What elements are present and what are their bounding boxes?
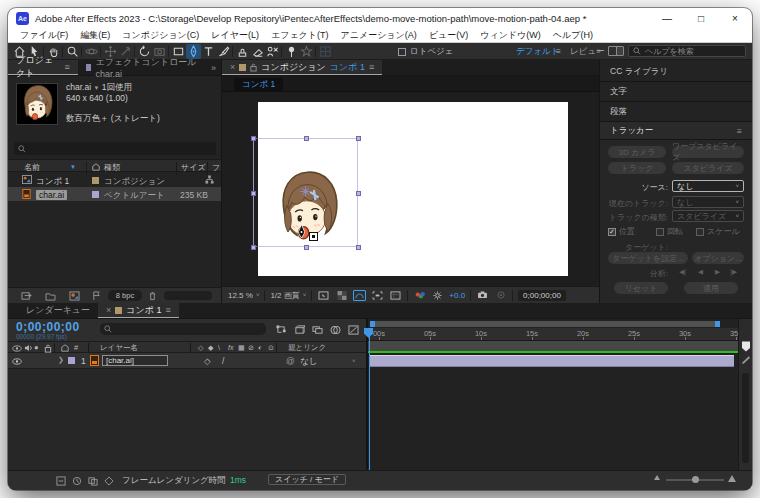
frame-blending-icon[interactable] <box>328 324 342 336</box>
close-tab-icon[interactable]: × <box>106 305 111 315</box>
minimize-button[interactable]: — <box>650 8 684 28</box>
tab-project[interactable]: プロジェクト ≡ <box>8 60 78 75</box>
expand-keys-icon[interactable] <box>102 475 116 487</box>
preview-time[interactable]: 0;00;00;00 <box>518 290 566 301</box>
puppet-pin-tool-icon[interactable] <box>284 44 299 59</box>
work-area-end-handle[interactable] <box>715 321 720 327</box>
switch-col-icon-3[interactable]: fx <box>228 344 233 351</box>
time-ruler[interactable]: 00s05s10s15s20s25s30s35s <box>368 328 738 341</box>
exposure-value[interactable]: +0.0 <box>449 291 465 300</box>
switch-col-icon-1[interactable]: ◆ <box>208 344 213 352</box>
guides-options-icon[interactable] <box>389 290 402 301</box>
panel-menu-icon[interactable]: ≡ <box>737 126 742 136</box>
tracker-checkbox-0[interactable]: ✓位置 <box>608 226 635 237</box>
region-of-interest-icon[interactable] <box>371 290 384 301</box>
quality-switch-icon[interactable]: ◇ <box>204 356 211 366</box>
menu-item-6[interactable]: ビュー(V) <box>423 29 474 42</box>
bit-depth-button[interactable]: 8 bpc <box>108 290 142 301</box>
switch-col-icon-0[interactable]: ◇ <box>198 344 203 352</box>
layer-eye-icon[interactable] <box>10 355 24 367</box>
clone-stamp-tool-icon[interactable] <box>235 44 250 59</box>
project-search-input[interactable] <box>14 142 216 155</box>
col-layer-name[interactable]: レイヤー名 <box>100 343 138 353</box>
vertical-scrollbar[interactable] <box>742 373 749 463</box>
source-dropdown[interactable]: なし˅ <box>672 180 744 192</box>
expand-in-out-icon[interactable] <box>54 475 68 487</box>
snap-grid-icon[interactable] <box>318 44 333 59</box>
maximize-button[interactable]: □ <box>684 8 718 28</box>
tab-render-queue[interactable]: レンダーキュー <box>8 304 98 317</box>
parent-dropdown-caret[interactable]: ˅ <box>352 358 356 364</box>
analyze-step-0[interactable]: ◀| <box>672 268 686 276</box>
chevron-down-icon[interactable]: ▼ <box>93 85 99 91</box>
panel-paragraph[interactable]: 段落 <box>600 102 752 122</box>
zoom-in-mountain-icon[interactable] <box>728 475 736 482</box>
fast-preview-icon[interactable] <box>317 290 330 301</box>
zoom-slider-thumb[interactable] <box>692 476 699 483</box>
interpret-footage-icon[interactable] <box>20 290 32 302</box>
analyze-step-2[interactable]: ▶ <box>706 268 720 276</box>
checkbox-icon[interactable] <box>696 228 704 236</box>
switch-mode-button[interactable]: スイッチ / モード <box>268 474 346 485</box>
stabilize-motion-button[interactable]: スタビライズ <box>672 162 744 174</box>
project-row-1[interactable]: char.aiベクトルアート235 KB <box>8 187 221 201</box>
layer-label-color[interactable] <box>68 357 75 364</box>
workspace-menu-icon[interactable]: ≡ <box>556 46 561 56</box>
motion-sketch-star-icon[interactable] <box>299 44 314 59</box>
new-composition-icon[interactable] <box>68 290 80 302</box>
apply-button[interactable]: 適用 <box>684 282 738 294</box>
selection-handle[interactable] <box>251 191 256 196</box>
draft-3d-icon[interactable] <box>292 324 306 336</box>
panel-character[interactable]: 文字 <box>600 82 752 102</box>
mini-flowchart-icon[interactable] <box>274 324 288 336</box>
panel-menu-icon[interactable]: ≡ <box>369 62 374 72</box>
help-search-input[interactable]: ヘルプを検索 <box>628 45 746 57</box>
magnification-dropdown[interactable]: 12.5 %˅ <box>228 291 259 300</box>
panel-menu-icon[interactable]: ≡ <box>64 62 69 72</box>
viewer-tab-comp1[interactable]: コンポ 1 <box>234 78 283 92</box>
snapshot-camera-icon[interactable] <box>476 290 489 301</box>
selection-handle[interactable] <box>251 136 256 141</box>
roto-bezier-checkbox[interactable] <box>398 48 406 56</box>
col-parent-link[interactable]: 親とリンク <box>288 343 326 353</box>
close-panel-icon[interactable]: × <box>230 62 235 72</box>
tracker-checkbox-1[interactable]: 回転 <box>656 226 683 237</box>
switch-col-icon-4[interactable]: ▦ <box>238 344 245 352</box>
reset-button[interactable]: リセット <box>614 282 668 294</box>
graph-editor-icon[interactable] <box>346 324 360 336</box>
track-type-dropdown[interactable]: スタビライズ˅ <box>672 210 744 222</box>
shy-layers-icon[interactable] <box>310 324 324 336</box>
expander-icon[interactable]: ❯ <box>58 356 64 364</box>
show-snapshot-icon[interactable] <box>494 290 507 301</box>
channel-settings-icon[interactable] <box>413 290 426 301</box>
current-track-dropdown[interactable]: なし˅ <box>672 196 744 208</box>
selection-handle[interactable] <box>304 245 309 250</box>
comp-button-icon[interactable] <box>741 355 750 366</box>
workspace-default[interactable]: デフォルト <box>516 46 560 58</box>
menu-item-5[interactable]: アニメーション(A) <box>335 29 423 42</box>
brush-tool-icon[interactable] <box>216 44 231 59</box>
menu-item-3[interactable]: レイヤー(L) <box>205 29 265 42</box>
playhead-line[interactable] <box>369 328 370 470</box>
mask-visibility-icon[interactable] <box>353 290 366 301</box>
parent-dropdown[interactable]: なし <box>300 356 317 368</box>
trash-icon[interactable] <box>146 290 158 302</box>
work-area-start-handle[interactable] <box>370 321 375 327</box>
tab-composition[interactable]: × コンポジション コンポ 1 ≡ <box>222 60 382 75</box>
menu-item-8[interactable]: ヘルプ(H) <box>547 29 599 42</box>
anchor-point-icon[interactable] <box>300 186 311 199</box>
selection-handle[interactable] <box>251 245 256 250</box>
panel-menu-icon[interactable]: ≡ <box>165 305 170 315</box>
close-button[interactable]: × <box>718 8 752 28</box>
exposure-gear-icon[interactable] <box>431 290 444 301</box>
switch-col-icon-6[interactable]: ◐ <box>258 344 262 351</box>
menu-item-7[interactable]: ウィンドウ(W) <box>474 29 547 42</box>
selection-handle[interactable] <box>356 191 361 196</box>
warp-stabilizer-button[interactable]: ワープスタビライズ <box>672 146 744 158</box>
item-name[interactable]: char.ai <box>36 190 67 200</box>
panel-tracker[interactable]: トラッカー ≡ <box>600 122 752 140</box>
work-area-bar[interactable] <box>370 321 720 327</box>
selection-handle[interactable] <box>356 245 361 250</box>
timeline-zoom-slider[interactable] <box>666 479 724 481</box>
zoom-out-mountain-icon[interactable] <box>654 475 660 480</box>
